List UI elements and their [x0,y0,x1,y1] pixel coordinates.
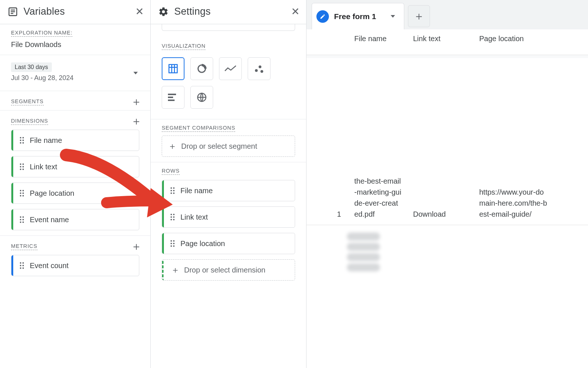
tab-title: Free form 1 [334,12,376,21]
tabs-row: Free form 1 ＋ [306,0,588,29]
cell-page-location: https://www.your-domain-here.com/the-bes… [479,187,549,220]
add-dimension-button[interactable]: ＋ [130,116,142,127]
variables-icon [7,6,18,17]
pencil-icon [316,10,329,23]
segments-label: SEGMENTS [11,98,44,105]
settings-panel: Settings ✕ VISUALIZATION [151,0,306,368]
row-chip[interactable]: Link text [162,206,295,228]
dimensions-list: File name Link text Page location Event … [0,130,150,235]
dimension-chip[interactable]: Event name [11,209,139,230]
visualization-options [151,54,306,119]
drag-handle-icon [18,216,25,223]
table-row[interactable]: 1 the-best-email-marketing-guide-ever-cr… [306,176,588,225]
svg-point-11 [261,70,263,73]
drag-handle-icon [18,163,25,170]
svg-rect-13 [168,97,173,98]
visualization-label: VISUALIZATION [162,43,205,50]
gear-icon [158,6,169,17]
chevron-down-icon [391,15,395,18]
date-chip: Last 30 days [11,62,52,72]
drag-handle-icon [169,240,176,247]
date-range-text: Jul 30 - Aug 28, 2024 [11,74,142,82]
settings-title: Settings [174,6,286,17]
results-body: 1 the-best-email-marketing-guide-ever-cr… [306,58,588,368]
variables-title: Variables [24,6,130,17]
rows-label: ROWS [162,168,180,175]
drag-handle-icon [169,214,176,220]
cell-link-text: Download [413,209,468,220]
svg-point-10 [259,65,262,68]
viz-scatter-button[interactable] [248,57,270,80]
dimension-chip[interactable]: File name [11,130,139,151]
technique-card-truncated [162,24,295,31]
row-index: 1 [325,209,343,220]
drag-handle-icon [18,190,25,196]
segment-comparisons-label: SEGMENT COMPARISONS [162,125,235,132]
column-header[interactable]: File name [354,35,402,43]
plus-icon: ＋ [171,264,180,276]
close-settings-button[interactable]: ✕ [291,7,300,17]
metric-chip[interactable]: Event count [11,255,139,276]
viz-bar-button[interactable] [162,86,184,109]
plus-icon: ＋ [168,140,177,152]
add-tab-button[interactable]: ＋ [408,5,430,27]
column-header[interactable]: Link text [413,35,468,43]
row-chip[interactable]: Page location [162,233,295,254]
exploration-name-label: EXPLORATION NAME: [11,30,72,37]
drag-handle-icon [18,137,25,144]
svg-rect-12 [168,94,176,95]
add-segment-button[interactable]: ＋ [130,96,142,107]
dimension-chip[interactable]: Link text [11,156,139,177]
results-panel: Free form 1 ＋ File name Link text Page l… [306,0,588,368]
segment-drop-zone[interactable]: ＋ Drop or select segment [162,136,295,157]
exploration-name-input[interactable]: File Downlaods [11,40,142,49]
add-metric-button[interactable]: ＋ [130,241,142,252]
blurred-row [306,225,588,271]
viz-table-button[interactable] [162,57,184,80]
viz-geo-button[interactable] [190,86,213,109]
chevron-down-icon [133,72,138,74]
results-columns-header: File name Link text Page location [306,29,588,55]
dimension-chip[interactable]: Page location [11,183,139,204]
drag-handle-icon [169,187,176,194]
svg-point-9 [255,69,258,72]
metrics-label: METRICS [11,243,37,250]
variables-panel: Variables ✕ EXPLORATION NAME: File Downl… [0,0,151,368]
dimensions-label: DIMENSIONS [11,118,48,125]
row-chip[interactable]: File name [162,180,295,201]
svg-rect-4 [169,65,178,73]
metrics-list: Event count [0,255,150,281]
viz-donut-button[interactable] [190,57,213,80]
tab-free-form[interactable]: Free form 1 [312,3,404,29]
close-variables-button[interactable]: ✕ [135,7,144,17]
date-range-picker[interactable]: Last 30 days Jul 30 - Aug 28, 2024 [0,55,150,91]
cell-file-name: the-best-email-marketing-guide-ever-crea… [354,176,402,220]
drag-handle-icon [18,262,25,269]
column-header[interactable]: Page location [479,35,549,43]
svg-rect-14 [168,100,175,101]
rows-drop-zone[interactable]: ＋ Drop or select dimension [162,259,295,281]
viz-line-button[interactable] [219,57,242,80]
